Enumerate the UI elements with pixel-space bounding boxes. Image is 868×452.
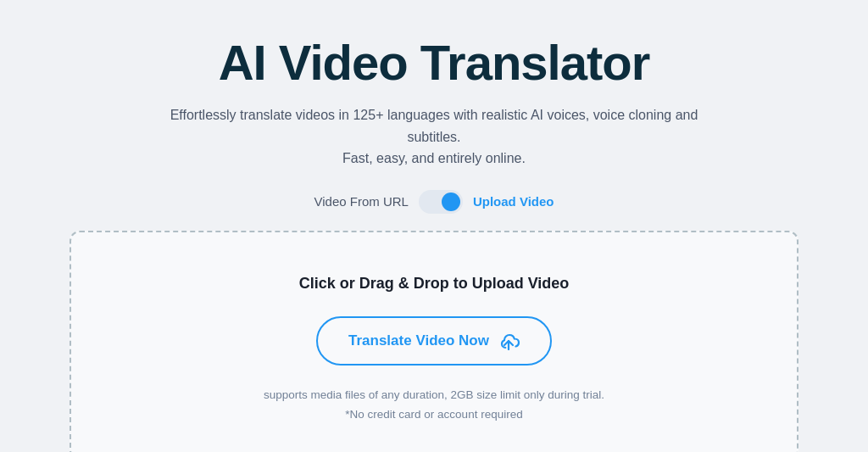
page-title: AI Video Translator bbox=[219, 34, 650, 91]
subtitle-line1: Effortlessly translate videos in 125+ la… bbox=[170, 108, 698, 144]
toggle-thumb bbox=[442, 193, 460, 211]
subtitle-line2: Fast, easy, and entirely online. bbox=[342, 151, 526, 165]
main-container: AI Video Translator Effortlessly transla… bbox=[53, 0, 815, 452]
translate-now-button[interactable]: Translate Video Now bbox=[316, 316, 552, 366]
url-upload-toggle[interactable] bbox=[419, 190, 463, 214]
upload-cloud-icon bbox=[498, 330, 520, 352]
support-text: supports media files of any duration, 2G… bbox=[264, 386, 604, 425]
support-text-line2: *No credit card or account required bbox=[345, 408, 522, 421]
upload-dropzone[interactable]: Click or Drag & Drop to Upload Video Tra… bbox=[70, 231, 798, 452]
toggle-label: Video From URL bbox=[314, 194, 408, 209]
upload-instruction: Click or Drag & Drop to Upload Video bbox=[299, 275, 570, 293]
upload-video-link[interactable]: Upload Video bbox=[473, 194, 554, 209]
support-text-line1: supports media files of any duration, 2G… bbox=[264, 388, 604, 401]
toggle-row: Video From URL Upload Video bbox=[314, 190, 554, 214]
translate-now-label: Translate Video Now bbox=[348, 332, 489, 349]
toggle-track bbox=[419, 190, 463, 214]
subtitle: Effortlessly translate videos in 125+ la… bbox=[146, 104, 722, 170]
